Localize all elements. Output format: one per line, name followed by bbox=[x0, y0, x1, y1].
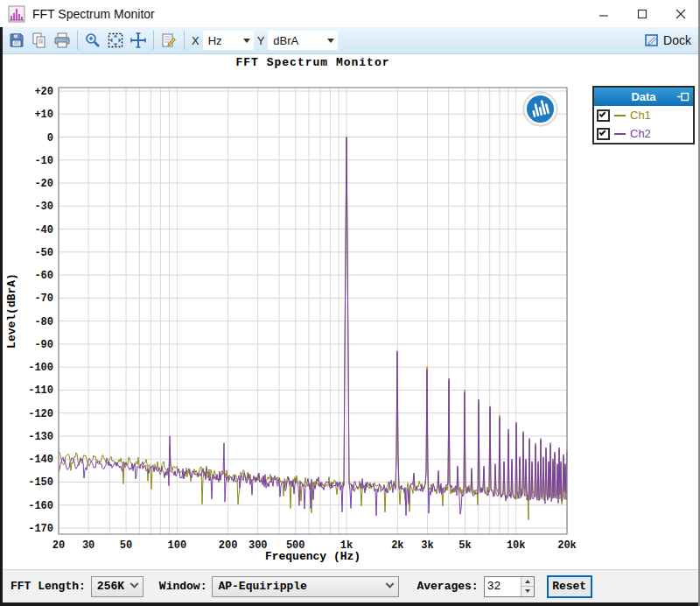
window-function-label: Window: bbox=[159, 580, 207, 593]
window-titlebar: FFT Spectrum Monitor bbox=[0, 0, 700, 27]
bottom-bar: FFT Length: 256K Window: AP-Equiripple A… bbox=[0, 569, 700, 602]
averages-spinner bbox=[484, 576, 535, 597]
copy-button[interactable] bbox=[28, 29, 51, 52]
spinner-down-button[interactable] bbox=[522, 587, 534, 596]
print-button[interactable] bbox=[51, 29, 74, 52]
fft-length-label: FFT Length: bbox=[10, 580, 86, 593]
x-axis-unit-label: X bbox=[192, 34, 200, 47]
ch1-checkbox[interactable] bbox=[597, 109, 610, 122]
spinner-up-button[interactable] bbox=[522, 577, 534, 588]
app-icon bbox=[8, 5, 25, 23]
reset-button[interactable]: Reset bbox=[547, 575, 592, 598]
check-icon bbox=[599, 129, 606, 136]
svg-text:+20: +20 bbox=[34, 86, 53, 98]
window-border-left bbox=[0, 27, 3, 606]
svg-text:-140: -140 bbox=[28, 454, 53, 466]
zoom-button[interactable] bbox=[81, 29, 104, 52]
minimize-icon bbox=[598, 9, 609, 19]
svg-text:-160: -160 bbox=[28, 500, 53, 512]
legend-item-ch1[interactable]: Ch1 bbox=[594, 106, 693, 124]
ch2-label: Ch2 bbox=[630, 127, 651, 140]
x-unit-combobox[interactable]: Hz bbox=[203, 31, 254, 50]
svg-text:-170: -170 bbox=[28, 523, 53, 535]
svg-text:-60: -60 bbox=[34, 270, 53, 282]
reset-label: Reset bbox=[552, 580, 586, 593]
zoom-icon bbox=[84, 32, 102, 49]
chevron-down-icon bbox=[243, 39, 250, 43]
toolbar-separator bbox=[184, 31, 185, 50]
maximize-icon bbox=[637, 9, 648, 19]
averages-input[interactable] bbox=[485, 577, 521, 596]
window-title: FFT Spectrum Monitor bbox=[32, 7, 155, 21]
dock-label: Dock bbox=[663, 33, 691, 47]
averages-label: Averages: bbox=[416, 580, 478, 593]
ch1-label: Ch1 bbox=[630, 109, 651, 122]
close-icon bbox=[676, 9, 686, 19]
dock-icon bbox=[645, 33, 659, 47]
triangle-up-icon bbox=[525, 580, 530, 583]
window-function-value: AP-Equiripple bbox=[218, 580, 306, 593]
toolbar-separator bbox=[153, 31, 154, 50]
pin-icon[interactable] bbox=[677, 92, 690, 102]
svg-text:-110: -110 bbox=[28, 384, 53, 397]
crosshair-icon bbox=[130, 32, 147, 49]
dock-button[interactable]: Dock bbox=[645, 33, 691, 47]
svg-text:-40: -40 bbox=[34, 224, 53, 236]
y-unit-value: dBrA bbox=[273, 34, 298, 47]
copy-icon bbox=[31, 32, 48, 49]
app-window: FFT Spectrum Monitor bbox=[0, 0, 700, 606]
y-unit-combobox[interactable]: dBrA bbox=[268, 31, 338, 50]
fft-length-value: 256K bbox=[97, 580, 124, 593]
svg-text:+10: +10 bbox=[34, 109, 53, 121]
svg-text:-70: -70 bbox=[34, 292, 53, 305]
chevron-down-icon bbox=[327, 39, 334, 43]
chevron-down-icon bbox=[386, 580, 395, 588]
minimize-button[interactable] bbox=[584, 0, 623, 27]
legend-header[interactable]: Data bbox=[594, 88, 693, 106]
x-unit-value: Hz bbox=[208, 34, 222, 47]
svg-text:-20: -20 bbox=[34, 178, 53, 190]
svg-text:0: 0 bbox=[47, 132, 53, 144]
print-icon bbox=[53, 32, 71, 49]
toolbar-separator bbox=[77, 31, 78, 50]
y-axis-label: Level(dBrA) bbox=[5, 223, 19, 398]
svg-text:-50: -50 bbox=[34, 247, 53, 259]
fit-expand-icon bbox=[107, 32, 124, 49]
fit-button[interactable] bbox=[104, 29, 127, 52]
save-icon bbox=[8, 32, 25, 49]
svg-text:-90: -90 bbox=[34, 339, 53, 351]
legend-item-ch2[interactable]: Ch2 bbox=[594, 124, 693, 143]
svg-text:-150: -150 bbox=[28, 476, 53, 489]
svg-text:-120: -120 bbox=[28, 408, 53, 420]
svg-text:-30: -30 bbox=[34, 201, 53, 213]
chevron-down-icon bbox=[130, 580, 138, 588]
triangle-down-icon bbox=[525, 589, 530, 593]
close-button[interactable] bbox=[662, 0, 700, 27]
maximize-button[interactable] bbox=[623, 0, 662, 27]
app-logo-icon bbox=[523, 92, 557, 126]
svg-text:-80: -80 bbox=[34, 316, 53, 328]
check-icon bbox=[599, 110, 606, 117]
y-axis-unit-label: Y bbox=[257, 34, 265, 47]
properties-icon bbox=[160, 32, 178, 49]
legend-title: Data bbox=[631, 90, 655, 103]
ch2-line-swatch bbox=[614, 133, 626, 135]
window-border-bottom bbox=[0, 602, 700, 606]
svg-text:-130: -130 bbox=[28, 431, 53, 443]
save-button[interactable] bbox=[5, 29, 28, 52]
svg-text:-100: -100 bbox=[28, 362, 53, 374]
fft-length-combobox[interactable]: 256K bbox=[91, 576, 144, 597]
crosshair-button[interactable] bbox=[127, 29, 150, 52]
ch2-checkbox[interactable] bbox=[597, 128, 610, 140]
chart-area: FFT Spectrum Monitor +20+100-10-20-30-40… bbox=[0, 54, 700, 569]
ch1-line-swatch bbox=[614, 115, 626, 116]
svg-text:-10: -10 bbox=[34, 155, 53, 167]
toolbar: X Hz Y dBrA Dock bbox=[0, 27, 700, 54]
window-function-combobox[interactable]: AP-Equiripple bbox=[212, 576, 399, 597]
legend-panel: Data Ch1 Ch2 bbox=[592, 86, 695, 144]
x-axis-label: Frequency (Hz) bbox=[59, 550, 567, 563]
properties-button[interactable] bbox=[158, 29, 180, 52]
